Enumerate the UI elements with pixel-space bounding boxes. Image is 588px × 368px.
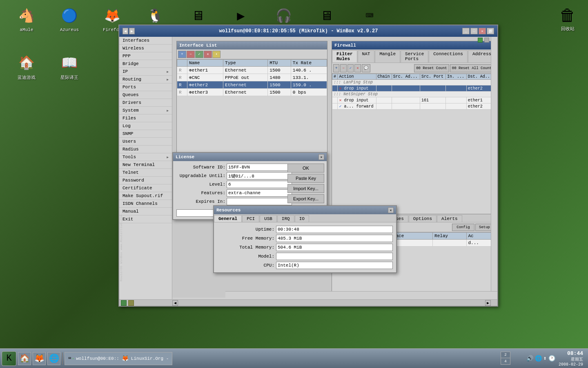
sidebar-item-files[interactable]: Files bbox=[119, 114, 172, 122]
scrollbar-bottom[interactable] bbox=[225, 291, 497, 298]
fw-remove-button[interactable]: − bbox=[340, 64, 346, 72]
pager-2[interactable]: 4 bbox=[501, 358, 510, 364]
uptime-field[interactable] bbox=[276, 226, 393, 233]
export-key-button[interactable]: Export Key... bbox=[287, 194, 324, 203]
start-button[interactable]: K bbox=[2, 351, 16, 366]
sidebar-item-password[interactable]: Password bbox=[119, 177, 172, 184]
model-field[interactable] bbox=[276, 253, 393, 260]
sidebar-item-queues[interactable]: Queues bbox=[119, 91, 172, 99]
desktop-icon-amule[interactable]: 🐴 aMule bbox=[12, 6, 41, 32]
sidebar-item-certificate[interactable]: Certificate bbox=[119, 184, 172, 192]
sidebar-item-system[interactable]: System bbox=[119, 107, 172, 114]
tab-service-ports[interactable]: Service Ports bbox=[401, 50, 428, 63]
enable-interface-button[interactable]: ✓ bbox=[195, 51, 203, 58]
tab-filter-rules[interactable]: Filter Rules bbox=[332, 50, 357, 63]
table-row[interactable]: R ⊕ether2 Ethernet 1500 159.0 . bbox=[177, 81, 327, 89]
pager-1[interactable]: 2 bbox=[501, 352, 510, 358]
clock-tray-icon[interactable]: 🕐 bbox=[548, 355, 555, 362]
recycle-bin-icon-area[interactable]: 🗑 回收站 bbox=[559, 6, 576, 32]
fw-add-button[interactable]: + bbox=[333, 64, 339, 72]
winbox-titlebar[interactable]: ◀ ▶ wollfsun@00:E0:81:20:D5:55 (MikroTik… bbox=[119, 25, 497, 37]
tab-alerts[interactable]: Alerts bbox=[437, 215, 462, 222]
ok-button[interactable]: OK bbox=[287, 164, 324, 173]
resources-close-button[interactable]: ✕ bbox=[388, 207, 394, 213]
col-tx-rate[interactable]: Tx Rate bbox=[291, 60, 327, 67]
sidebar-item-wireless[interactable]: Wireless bbox=[119, 45, 172, 52]
fw-comment-button[interactable]: 💬 bbox=[362, 64, 370, 72]
sidebar-item-ppp[interactable]: PPP bbox=[119, 52, 172, 60]
sidebar-item-isdn-channels[interactable]: ISDN Channels bbox=[119, 200, 172, 208]
sidebar-item-ports[interactable]: Ports bbox=[119, 83, 172, 91]
table-row[interactable]: R ⊕ether3 Ethernet 1500 0 bps bbox=[177, 89, 327, 96]
expires-in-field[interactable] bbox=[227, 198, 292, 205]
sidebar-item-radius[interactable]: Radius bbox=[119, 146, 172, 153]
license-close-button[interactable]: ✕ bbox=[318, 154, 324, 160]
sidebar-item-log[interactable]: Log bbox=[119, 122, 172, 130]
sidebar-item-ip[interactable]: IP bbox=[119, 68, 172, 76]
sidebar-item-bridge[interactable]: Bridge bbox=[119, 60, 172, 68]
sidebar-item-new-terminal[interactable]: New Terminal bbox=[119, 161, 172, 169]
tab-nat[interactable]: NAT bbox=[358, 50, 375, 63]
level-field[interactable] bbox=[227, 181, 292, 188]
sidebar-item-users[interactable]: Users bbox=[119, 138, 172, 146]
scrollbar-right[interactable] bbox=[491, 37, 497, 298]
pager-area[interactable]: 2 4 bbox=[501, 352, 510, 365]
sidebar-item-telnet[interactable]: Telnet bbox=[119, 169, 172, 177]
minimize-button[interactable]: _ bbox=[462, 28, 470, 34]
sidebar-item-interfaces[interactable]: Interfaces bbox=[119, 37, 172, 45]
volume-icon[interactable]: 🔊 bbox=[526, 355, 533, 362]
reset-all-count-button[interactable]: 00 Reset All Count bbox=[450, 64, 494, 72]
total-memory-field[interactable] bbox=[276, 244, 393, 251]
paste-key-button[interactable]: Paste Key bbox=[287, 174, 324, 183]
disable-interface-button[interactable]: ✕ bbox=[204, 51, 212, 58]
sidebar-item-manual[interactable]: Manual bbox=[119, 208, 172, 215]
pin-button[interactable]: 折 bbox=[487, 28, 494, 34]
features-field[interactable] bbox=[227, 189, 292, 197]
upgradable-until-field[interactable] bbox=[227, 172, 292, 180]
remove-interface-button[interactable]: − bbox=[187, 51, 195, 58]
sidebar-item-drivers[interactable]: Drivers bbox=[119, 99, 172, 107]
forward-button[interactable]: ▶ bbox=[129, 28, 135, 34]
taskbar-icon-network[interactable]: 🌐 bbox=[47, 352, 60, 365]
tab-irq[interactable]: IRQ bbox=[277, 215, 294, 222]
col-name[interactable]: Name bbox=[187, 60, 223, 67]
desktop-icon-azureus[interactable]: 🔵 Azureus bbox=[55, 6, 84, 32]
import-key-button[interactable]: Import Key... bbox=[287, 184, 324, 193]
add-interface-button[interactable]: + bbox=[178, 51, 186, 58]
sidebar-item-make-supout[interactable]: Make Supout.rif bbox=[119, 192, 172, 200]
fw-rule-row[interactable]: ✕ drop input ether2 bbox=[332, 85, 495, 92]
tab-connections[interactable]: Connections bbox=[429, 50, 468, 63]
col-mtu[interactable]: MTU bbox=[268, 60, 291, 67]
tab-io[interactable]: IO bbox=[295, 215, 309, 222]
sidebar-item-routing[interactable]: Routing bbox=[119, 76, 172, 83]
cpu-field[interactable] bbox=[276, 262, 393, 269]
fw-enable-button[interactable]: ✓ bbox=[347, 64, 354, 72]
sidebar-item-snmp[interactable]: SNMP bbox=[119, 130, 172, 138]
software-id-field[interactable] bbox=[227, 164, 292, 171]
desktop-icon-house[interactable]: 🏠 蓝迪游戏 bbox=[12, 53, 41, 81]
fw-rule-row[interactable]: ✓ a... forward ether2 bbox=[332, 103, 495, 110]
scroll-right-button[interactable]: ▶ bbox=[485, 300, 491, 306]
update-icon[interactable]: ⬆ bbox=[543, 355, 547, 362]
dhcp-col-relay[interactable]: Relay bbox=[433, 233, 466, 240]
taskbar-winbox-item[interactable]: ⌨ wollfsun@00:E0:: 🦊 LinuxSir.Org - bbox=[65, 352, 172, 365]
tab-mangle[interactable]: Mangle bbox=[375, 50, 400, 63]
desktop-icon-translate[interactable]: 📖 星际译王 bbox=[55, 53, 84, 81]
network-tray-icon[interactable]: 🌐 bbox=[535, 355, 542, 362]
taskbar-icon-firefox[interactable]: 🦊 bbox=[33, 352, 46, 365]
col-type[interactable]: Type bbox=[223, 60, 268, 67]
free-memory-field[interactable] bbox=[276, 235, 393, 242]
taskbar-icon-home[interactable]: 🏠 bbox=[18, 352, 31, 365]
back-button[interactable]: ◀ bbox=[122, 28, 128, 34]
dhcp-config-button[interactable]: Config bbox=[452, 224, 474, 231]
scroll-left-button[interactable]: ◀ bbox=[172, 300, 178, 306]
tab-usb[interactable]: USB bbox=[260, 215, 277, 222]
table-row[interactable]: R ⊕CNC PPPoE out 1480 133.1. bbox=[177, 74, 327, 81]
sidebar-item-exit[interactable]: Exit bbox=[119, 215, 172, 223]
table-row[interactable]: R ⊕ether1 Ethernet 1500 140.6 . bbox=[177, 67, 327, 74]
tab-options[interactable]: Options bbox=[409, 215, 437, 222]
fw-disable-button[interactable]: ✕ bbox=[354, 64, 361, 72]
reset-count-button[interactable]: 00 Reset Count bbox=[414, 64, 449, 72]
maximize-button[interactable]: □ bbox=[470, 28, 478, 34]
tab-pci[interactable]: PCI bbox=[242, 215, 259, 222]
